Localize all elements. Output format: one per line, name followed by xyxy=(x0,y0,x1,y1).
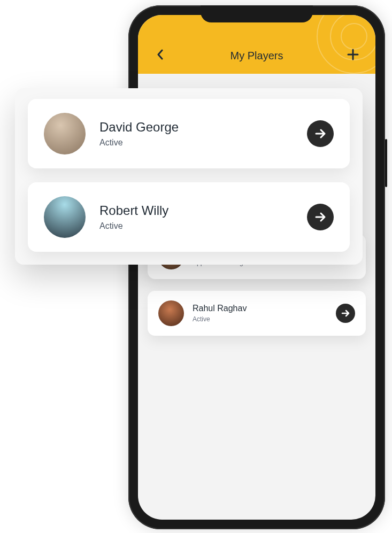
chevron-left-icon xyxy=(157,49,164,60)
player-status: Active xyxy=(99,138,307,148)
add-player-button[interactable] xyxy=(345,47,360,62)
avatar xyxy=(44,196,86,238)
player-name: Robert Willy xyxy=(99,203,307,218)
view-player-button[interactable] xyxy=(307,204,334,230)
view-player-button[interactable] xyxy=(336,304,355,323)
arrow-right-icon xyxy=(314,211,327,223)
player-card[interactable]: David George Active xyxy=(28,99,350,168)
player-status: Active xyxy=(99,221,307,231)
phone-frame: My Players David George Active R xyxy=(128,5,385,529)
back-button[interactable] xyxy=(153,47,168,62)
plus-icon xyxy=(347,49,359,60)
player-status: Active xyxy=(193,315,336,323)
avatar xyxy=(158,300,184,326)
page-title: My Players xyxy=(230,50,283,62)
player-card[interactable]: Rahul Raghav Active xyxy=(148,291,366,336)
player-name: David George xyxy=(99,120,307,135)
app-header: My Players xyxy=(138,15,375,74)
avatar xyxy=(44,113,86,155)
player-preview-overlay: David George Active Robert Willy Active xyxy=(15,88,363,265)
arrow-right-icon xyxy=(341,308,350,318)
player-name: Rahul Raghav xyxy=(193,304,336,313)
arrow-right-icon xyxy=(314,127,327,140)
phone-notch xyxy=(201,5,313,22)
view-player-button[interactable] xyxy=(307,120,334,147)
player-card[interactable]: Robert Willy Active xyxy=(28,182,350,252)
